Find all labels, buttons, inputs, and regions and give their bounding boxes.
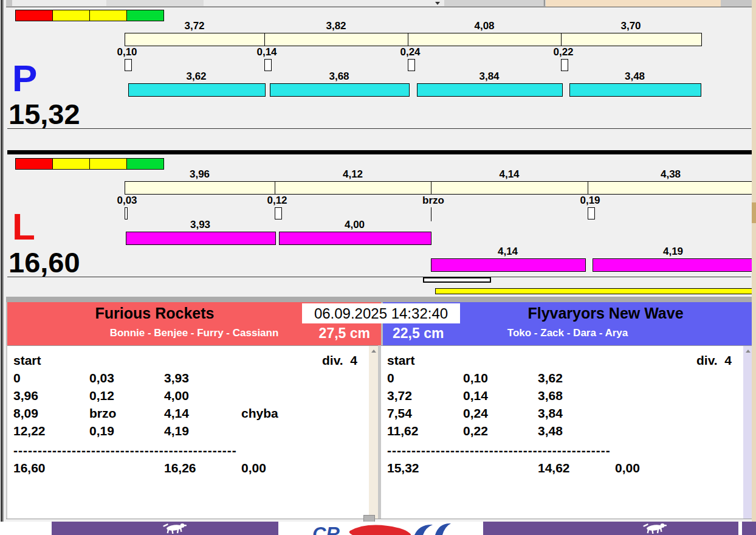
yellow-progress-bar	[435, 288, 755, 294]
toolbar-button-fragment[interactable]	[300, 0, 355, 6]
table-cell: 3,72	[387, 388, 412, 403]
banner-purple-right	[483, 522, 738, 535]
division-label: div. 4	[322, 353, 357, 368]
table-header-row: startdiv. 4	[381, 353, 752, 371]
toolbar-button-fragment[interactable]	[61, 0, 107, 6]
start-marker-box	[125, 207, 128, 219]
cr-club-logo: CR	[310, 522, 456, 535]
traffic-light-cell	[127, 158, 164, 170]
table-header-row: startdiv. 4	[7, 353, 378, 371]
toolbar-button-fragment[interactable]	[204, 0, 238, 6]
table-cell: brzo	[89, 406, 116, 421]
table-cell: 0,24	[463, 406, 488, 421]
scroll-up-icon[interactable]	[371, 350, 376, 353]
traffic-light-cell	[15, 158, 53, 170]
table-cell: start	[13, 353, 41, 368]
split-time-bar	[125, 33, 702, 46]
run-time-label: 3,93	[190, 219, 210, 231]
start-marker-box	[264, 59, 272, 71]
table-cell: 3,62	[538, 371, 563, 385]
split-time-bar	[125, 181, 755, 195]
sponsor-footer: CR	[0, 522, 756, 535]
split-time-label: 4,12	[343, 168, 363, 181]
table-cell: 3,96	[13, 388, 38, 403]
race-log-left: startdiv. 400,033,933,960,124,008,09brzo…	[7, 345, 378, 519]
divider-line	[7, 277, 751, 277]
table-cell: 3,48	[538, 424, 563, 438]
start-interval-label: 0,14	[256, 46, 277, 58]
table-cell: 4,14	[164, 406, 189, 421]
window-left-border	[0, 0, 6, 522]
lane-total-time: 16,60	[9, 247, 80, 278]
start-interval-label: 0,12	[267, 195, 287, 207]
run-time-label: 4,19	[663, 246, 683, 258]
start-interval-label: 0,19	[580, 195, 600, 207]
table-cell: 0,03	[89, 371, 114, 385]
team-right-name: Flyvaryors New Wave	[459, 305, 752, 322]
scrollbar-thumb[interactable]	[752, 202, 756, 223]
traffic-light-cell	[53, 158, 90, 170]
start-interval-label: 0,22	[553, 46, 573, 58]
run-time-bar	[417, 83, 563, 97]
toolbar-button-fragment[interactable]	[106, 0, 204, 6]
split-time-label: 3,70	[620, 20, 641, 32]
dog-silhouette-icon	[641, 523, 670, 534]
start-interval-label: brzo	[422, 195, 444, 207]
traffic-light-cell	[53, 10, 90, 21]
lane-left-l: L 16,60 3,964,124,144,380,030,12brzo0,19…	[0, 154, 756, 298]
table-row: 8,09brzo4,14chyba	[7, 406, 378, 424]
table-cell: chyba	[241, 406, 278, 421]
window-right-scrollbar[interactable]	[752, 0, 756, 522]
split-time-label: 3,82	[326, 20, 346, 32]
run-time-bar	[569, 83, 701, 97]
lane-letter: P	[12, 60, 37, 97]
table-cell: 16,60	[13, 461, 46, 475]
run-time-bar	[128, 83, 266, 97]
table-cell: ----------------------------------------…	[13, 443, 237, 458]
table-cell: 4,19	[164, 424, 189, 438]
start-marker-line	[431, 207, 431, 221]
team-headers: Furious Rockets Bonnie - Benjee - Furry …	[0, 302, 756, 345]
table-row: 3,960,124,00	[7, 388, 378, 406]
progress-outline-bar	[423, 277, 491, 283]
start-marker-box	[588, 207, 595, 219]
table-cell: 16,26	[164, 461, 196, 475]
split-tick	[408, 33, 408, 46]
split-time-label: 3,96	[190, 168, 210, 181]
toolbar-button-fragment[interactable]	[354, 0, 399, 6]
toolbar-button-fragment[interactable]	[496, 0, 545, 6]
split-time-label: 4,14	[499, 168, 519, 181]
banner-purple-edge	[742, 522, 756, 535]
table-cell: 0,22	[463, 424, 488, 438]
run-time-bar	[126, 232, 276, 245]
scroll-up-icon[interactable]	[746, 350, 751, 353]
table-totals-row: 16,6016,260,00	[7, 461, 378, 478]
table-row: 3,720,143,68	[381, 388, 752, 406]
run-time-label: 3,48	[625, 71, 645, 83]
table-cell: 0,10	[463, 371, 488, 385]
split-tick	[588, 181, 588, 195]
start-marker-box	[125, 59, 132, 71]
table-cell: start	[387, 353, 415, 368]
toolbar-button-fragment[interactable]	[237, 0, 301, 6]
table-row: 00,103,62	[381, 371, 752, 388]
race-log-area: startdiv. 400,033,933,960,124,008,09brzo…	[0, 345, 756, 519]
table-cell: 3,93	[164, 371, 189, 385]
flyball-timing-window: P 15,32 3,723,824,083,700,100,140,240,22…	[0, 0, 756, 535]
split-tick	[275, 181, 275, 195]
lane-separator	[7, 150, 756, 154]
table-row: 7,540,243,84	[381, 406, 752, 424]
toolbar-button-fragment[interactable]	[444, 0, 497, 6]
table-cell: 0	[387, 371, 394, 385]
table-row: 12,220,194,19	[7, 424, 378, 441]
table-cell: 0	[13, 371, 21, 385]
start-marker-box	[275, 207, 282, 219]
section-separator	[6, 297, 754, 302]
traffic-light-cell	[15, 10, 53, 21]
start-interval-label: 0,24	[400, 46, 420, 58]
table-cell: 4,00	[164, 388, 189, 403]
traffic-light	[15, 158, 164, 168]
table-cell: 0,14	[463, 388, 488, 403]
table-cell: 0,00	[241, 461, 266, 475]
toolbar-button-fragment[interactable]	[12, 0, 61, 6]
